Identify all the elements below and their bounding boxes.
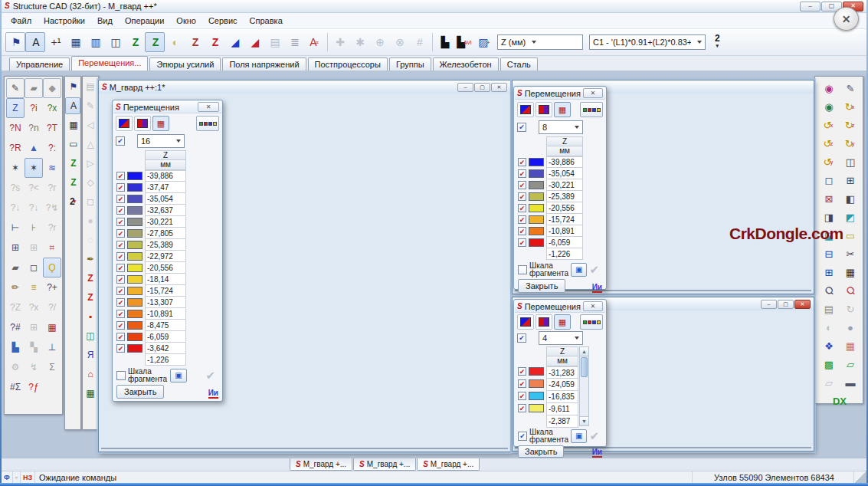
dialog-close-button[interactable]: ✕ [198, 102, 219, 112]
grid-dots-icon[interactable]: ⊞ [25, 317, 43, 337]
levels-count-combo[interactable]: 8 [539, 120, 583, 134]
level-checkbox[interactable]: ✔ [116, 241, 125, 249]
house-red-icon[interactable]: ⌂ [83, 366, 98, 383]
query-down-icon[interactable]: ?↓ [6, 198, 25, 218]
toolbar-icon[interactable] [429, 32, 434, 52]
maximize-button[interactable]: ▢ [778, 300, 794, 309]
document-tab[interactable]: SМ_гвард +... [353, 458, 416, 471]
film-avi-icon[interactable]: ▙AVI [454, 32, 474, 52]
resize-grip[interactable] [854, 471, 866, 483]
rotate-z-neg-icon[interactable]: ↺z [817, 134, 839, 153]
ring-dim-icon[interactable]: ◌ [83, 232, 98, 248]
table-toggle[interactable]: ▦ [152, 116, 169, 131]
load-case-combo[interactable]: C1 - '(L1)*0.91+(L2)*0.83+ [589, 34, 706, 50]
dot-red-icon[interactable]: ▪ [83, 308, 98, 325]
node-add-icon[interactable]: ⊢ [6, 218, 25, 238]
isofields-toggle[interactable] [517, 102, 534, 117]
grid-dense-icon[interactable]: ▦ [43, 317, 61, 337]
element-info-icon[interactable]: ?x [43, 98, 61, 118]
deform-group-icon[interactable]: ✚ [329, 32, 349, 52]
results-text-icon[interactable]: А [25, 32, 45, 52]
lightning-icon[interactable]: ↯ [25, 357, 43, 377]
query-n-icon[interactable]: ?N [6, 118, 25, 138]
menu-item[interactable]: Файл [5, 14, 38, 28]
isofields-toggle[interactable] [517, 314, 534, 330]
annotate-icon[interactable]: A≡ [304, 32, 324, 52]
node-z-icon[interactable]: Z [6, 98, 25, 118]
level-checkbox[interactable]: ✔ [116, 252, 125, 261]
print-icon[interactable]: ▤ [817, 300, 839, 318]
mode-values-icon[interactable]: ⊗ [389, 32, 409, 52]
level-checkbox[interactable]: ✔ [116, 333, 125, 341]
minimize-button[interactable]: – [761, 300, 777, 309]
show-scale-checkbox[interactable]: ✔ [116, 136, 125, 146]
dialog-title-bar[interactable]: S Перемещения ✕ [515, 87, 605, 100]
box-green-icon[interactable]: ◫ [83, 327, 98, 344]
isolines-toggle[interactable] [536, 314, 552, 330]
display-scale-button[interactable]: 2▾ [715, 35, 720, 49]
level-checkbox[interactable]: ✔ [518, 181, 526, 189]
node-numbers-icon[interactable]: +¹ [45, 32, 65, 52]
menu-item[interactable]: Настройки [38, 14, 91, 28]
scheme-grid-icon[interactable]: ◫ [105, 32, 125, 52]
maximize-button[interactable]: ▢ [474, 83, 490, 92]
fragment-preview-button[interactable]: ▣ [170, 369, 187, 383]
z-green-icon[interactable]: Z [65, 155, 80, 172]
scroll-down-icon[interactable]: ▼ [580, 416, 588, 425]
query-bolt-icon[interactable]: ?↯ [43, 198, 61, 218]
tri2-dim-icon[interactable]: ▷ [83, 155, 98, 172]
apply-check-icon[interactable]: ✔ [589, 429, 602, 443]
fragment-scale-checkbox[interactable]: ✔ [518, 432, 527, 441]
level-checkbox[interactable]: ✔ [518, 204, 526, 212]
projection-icon[interactable]: ◻ [817, 171, 839, 189]
grid-red-icon[interactable]: ⌗ [43, 238, 61, 258]
axes-active-icon[interactable]: ✶ [25, 158, 43, 178]
level-checkbox[interactable]: ✔ [518, 215, 526, 224]
scroll-thumb[interactable] [581, 357, 588, 377]
fragment-cut-icon[interactable]: Ии [208, 389, 218, 399]
model-db-icon[interactable]: Ф [2, 471, 13, 483]
query-corner-icon[interactable]: ?г [43, 178, 61, 198]
minimize-button[interactable]: – [800, 2, 821, 11]
brush-icon[interactable]: ✏ [6, 277, 25, 297]
pencil-dim-icon[interactable]: ✎ [83, 97, 98, 114]
query-plus-icon[interactable]: ?+ [43, 277, 61, 297]
level-checkbox[interactable]: ✔ [518, 404, 526, 412]
query-rotate-icon[interactable]: ?r [43, 218, 61, 238]
pp-grid-icon[interactable]: ⊟ [817, 245, 839, 263]
menu-item[interactable]: Окно [170, 14, 202, 28]
grid-red2-icon[interactable]: ▦ [839, 337, 860, 355]
scroll-up-icon[interactable]: ▲ [580, 347, 588, 356]
proj-left-icon[interactable]: ◧ [839, 189, 860, 208]
query-f-icon[interactable]: ?ƒ [25, 377, 43, 397]
grid-green-icon[interactable]: ▦ [83, 385, 98, 402]
menu-item[interactable]: Сервис [202, 14, 244, 28]
dialog-close-button[interactable]: ✕ [583, 88, 603, 98]
sum-hash-icon[interactable]: #Σ [6, 377, 25, 397]
session-control-button[interactable]: ✕ [834, 7, 859, 31]
save-view-icon[interactable]: ▨+ [474, 32, 494, 52]
menu-item[interactable]: Справка [244, 14, 289, 28]
close-dialog-button[interactable]: Закрыть [518, 445, 564, 458]
rotate-y-icon[interactable]: ↻y [839, 134, 860, 153]
level-checkbox[interactable]: ✔ [116, 321, 125, 330]
fragment-scale-checkbox[interactable] [518, 265, 527, 274]
axes-icon[interactable]: ✶ [6, 158, 25, 178]
z-red2-icon[interactable]: Z [83, 289, 98, 306]
rotate-x-icon[interactable]: ↻x [839, 97, 860, 116]
layers-yellow-icon[interactable]: ≡ [25, 277, 43, 297]
mode-shapes-icon[interactable]: ⊕ [369, 32, 389, 52]
vector-red-icon[interactable]: ◢ [244, 32, 264, 52]
menu-item[interactable]: Операции [119, 14, 170, 28]
sphere-dim-icon[interactable]: ● [83, 212, 98, 229]
palette-settings-button[interactable] [580, 102, 603, 117]
apply-check-icon[interactable]: ✔ [205, 369, 218, 383]
level-checkbox[interactable]: ✔ [116, 229, 125, 238]
proj-red-icon[interactable]: ⊠ [817, 189, 839, 208]
isolines-toggle[interactable] [134, 116, 151, 131]
level-checkbox[interactable]: ✔ [518, 169, 526, 178]
query-angle-icon[interactable]: ?< [25, 178, 43, 198]
print-dim-icon[interactable]: ▤ [83, 78, 98, 95]
table-toggle[interactable]: ▦ [554, 314, 571, 330]
level-checkbox[interactable]: ✔ [116, 172, 125, 180]
